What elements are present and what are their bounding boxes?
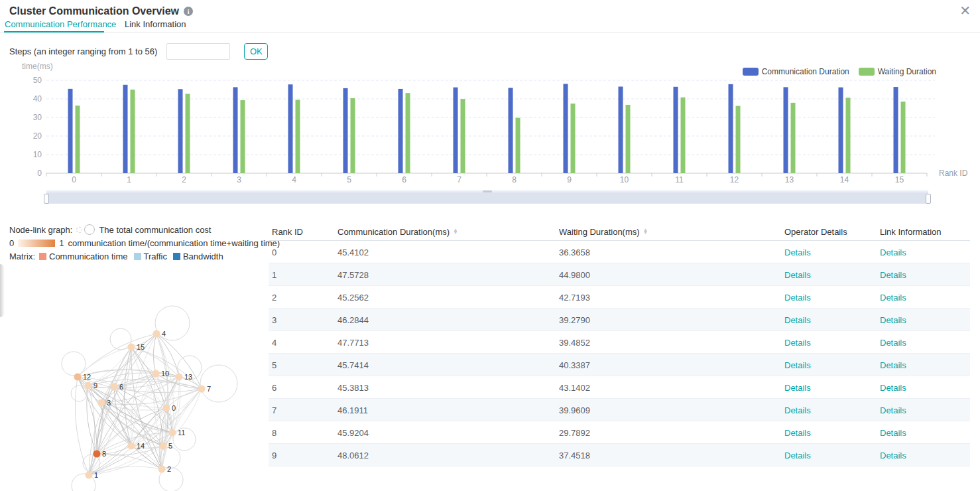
graph-node-label: 9 — [93, 382, 97, 389]
sort-icon[interactable]: ▲▼ — [643, 229, 648, 235]
bar-waiting-rank-11[interactable] — [681, 98, 686, 173]
bar-waiting-rank-2[interactable] — [186, 94, 190, 173]
column-header-communication-duration-ms-[interactable]: Communication Duration(ms)▲▼ — [337, 222, 458, 241]
bar-waiting-rank-9[interactable] — [571, 104, 576, 173]
bar-communication-rank-6[interactable] — [398, 89, 403, 173]
ok-button[interactable]: OK — [244, 43, 268, 60]
matrix-swatch — [39, 253, 46, 260]
operator-details-link[interactable]: Details — [784, 383, 811, 393]
rank-id-cell: 3 — [272, 309, 276, 331]
bar-waiting-rank-10[interactable] — [626, 105, 631, 173]
communication-duration-cell: 45.9204 — [337, 421, 369, 444]
bar-waiting-rank-0[interactable] — [76, 105, 80, 173]
rank-id-cell-value: 7 — [272, 405, 276, 415]
graph-node-0[interactable] — [163, 405, 170, 412]
graph-node-6[interactable] — [111, 384, 118, 391]
bar-communication-rank-3[interactable] — [233, 87, 238, 173]
bar-communication-rank-13[interactable] — [784, 87, 788, 173]
operator-details-link[interactable]: Details — [784, 270, 811, 280]
link-information-link[interactable]: Details — [880, 293, 906, 303]
operator-details-link[interactable]: Details — [784, 293, 811, 303]
graph-node-14[interactable] — [128, 443, 135, 450]
bar-waiting-rank-13[interactable] — [791, 103, 796, 173]
chart-range-slider[interactable] — [46, 190, 928, 204]
bar-waiting-rank-3[interactable] — [241, 100, 245, 173]
graph-node-label: 1 — [94, 471, 98, 479]
sort-icon[interactable]: ▲▼ — [453, 229, 458, 235]
link-information-link[interactable]: Details — [880, 270, 906, 280]
link-information-link[interactable]: Details — [880, 428, 906, 438]
operator-details-link[interactable]: Details — [784, 405, 811, 415]
bar-communication-rank-11[interactable] — [674, 87, 678, 173]
operator-details-link[interactable]: Details — [784, 451, 811, 460]
graph-node-7[interactable] — [198, 386, 206, 393]
graph-node-5[interactable] — [160, 443, 167, 450]
bar-communication-rank-8[interactable] — [509, 88, 513, 173]
bar-communication-rank-14[interactable] — [839, 88, 843, 173]
operator-details-link[interactable]: Details — [784, 315, 811, 325]
graph-node-11[interactable] — [169, 429, 176, 437]
link-information-link: Details — [880, 263, 906, 286]
bar-waiting-rank-7[interactable] — [461, 99, 465, 173]
graph-node-10[interactable] — [153, 370, 160, 378]
x-tick-label: 14 — [840, 175, 849, 184]
bar-communication-rank-12[interactable] — [729, 84, 733, 173]
graph-node-2[interactable] — [158, 466, 166, 473]
bar-communication-rank-1[interactable] — [123, 85, 128, 173]
bar-communication-rank-7[interactable] — [454, 88, 458, 173]
bar-waiting-rank-5[interactable] — [351, 98, 355, 173]
link-information-link[interactable]: Details — [880, 247, 906, 257]
waiting-duration-cell: 43.1402 — [559, 376, 590, 399]
slider-left-handle[interactable] — [44, 194, 49, 204]
bar-communication-rank-10[interactable] — [619, 87, 623, 173]
tab-communication-performance[interactable]: Communication Performance — [5, 19, 116, 29]
bar-communication-rank-15[interactable] — [894, 87, 898, 173]
column-header-waiting-duration-ms-[interactable]: Waiting Duration(ms)▲▼ — [559, 222, 648, 241]
bar-communication-rank-5[interactable] — [343, 88, 348, 173]
waiting-duration-cell-value: 36.3658 — [559, 247, 590, 257]
graph-node-12[interactable] — [74, 374, 82, 381]
bar-waiting-rank-15[interactable] — [901, 102, 906, 173]
graph-node-3[interactable] — [98, 399, 105, 407]
bar-waiting-rank-1[interactable] — [131, 90, 135, 173]
link-information-link[interactable]: Details — [880, 338, 906, 348]
waiting-duration-cell: 44.9800 — [559, 263, 590, 286]
bar-waiting-rank-14[interactable] — [846, 98, 851, 173]
tab-link-information[interactable]: Link Information — [125, 19, 186, 29]
x-tick-label: 5 — [347, 175, 351, 184]
column-header-rank-id: Rank ID — [272, 222, 303, 241]
link-information-link[interactable]: Details — [880, 451, 906, 460]
bar-waiting-rank-8[interactable] — [516, 118, 521, 173]
bar-communication-rank-4[interactable] — [288, 84, 293, 173]
graph-node-4[interactable] — [153, 330, 160, 338]
bar-communication-rank-0[interactable] — [68, 89, 73, 173]
bar-communication-rank-2[interactable] — [178, 89, 183, 173]
operator-details-link[interactable]: Details — [784, 428, 811, 438]
close-icon[interactable]: ✕ — [959, 4, 971, 17]
graph-node-9[interactable] — [85, 382, 92, 389]
info-icon[interactable]: i — [184, 7, 193, 16]
node-size-icon — [76, 224, 95, 235]
slider-right-handle[interactable] — [926, 194, 931, 204]
bar-waiting-rank-6[interactable] — [406, 93, 410, 173]
waiting-duration-cell-value: 39.4852 — [559, 338, 590, 348]
graph-node-15[interactable] — [128, 344, 135, 351]
waiting-duration-cell-value: 44.9800 — [559, 270, 590, 280]
bar-communication-rank-9[interactable] — [564, 84, 568, 173]
steps-input[interactable] — [166, 43, 230, 60]
bar-waiting-rank-12[interactable] — [736, 106, 741, 173]
slider-notch[interactable] — [483, 190, 492, 192]
node-link-graph[interactable]: 0123456789101112131415 — [56, 302, 242, 491]
bar-waiting-rank-4[interactable] — [296, 100, 300, 173]
operator-details-link[interactable]: Details — [784, 360, 811, 370]
table-row: 746.191139.9609DetailsDetails — [269, 399, 970, 421]
link-information-link[interactable]: Details — [880, 315, 906, 325]
operator-details-link[interactable]: Details — [784, 247, 811, 257]
link-information-link[interactable]: Details — [880, 360, 906, 370]
graph-node-8[interactable] — [93, 451, 101, 458]
graph-node-13[interactable] — [176, 374, 183, 381]
link-information-link[interactable]: Details — [880, 405, 906, 415]
link-information-link[interactable]: Details — [880, 383, 906, 393]
operator-details-link[interactable]: Details — [784, 338, 811, 348]
graph-node-1[interactable] — [86, 472, 93, 479]
